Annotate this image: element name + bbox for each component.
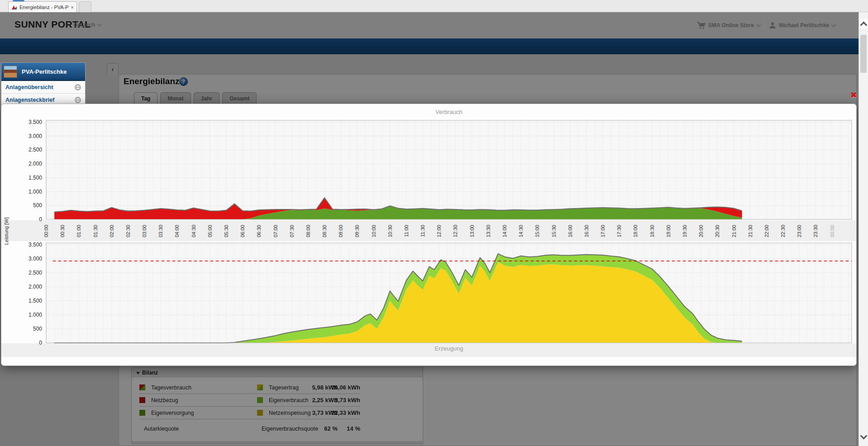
period-tabs: TagMonatJahrGesamt: [134, 92, 257, 104]
plant-thumbnail: [4, 66, 17, 78]
x-tick-label: 10:00: [371, 225, 377, 237]
browser-tab-title: Energiebilanz - PVA-Perlitsc...: [19, 5, 69, 10]
bilanz-right-column: Tagesertrag26,06 kWhEigenverbrauch3,73 k…: [257, 381, 360, 435]
main-navbar: [0, 38, 858, 54]
cart-icon: [697, 22, 706, 29]
bilanz-value: 26,06 kWh: [331, 384, 360, 391]
x-tick-label: 13:30: [486, 225, 491, 237]
sidebar-menu: AnlagenübersichtAnlagensteckbrief: [1, 81, 85, 106]
x-tick-label: 17:00: [600, 225, 606, 237]
y-tick-label: 500: [33, 326, 42, 332]
x-tick-label: 17:30: [616, 225, 622, 237]
bilanz-row-tagesertrag: Tagesertrag26,06 kWh: [257, 381, 360, 394]
y-tick-label: 1.000: [29, 189, 42, 195]
sidebar: PVA-Perlitschke AnlagenübersichtAnlagens…: [1, 62, 86, 107]
scroll-down-button[interactable]: [859, 432, 868, 442]
sidebar-plant-item[interactable]: PVA-Perlitschke: [1, 63, 85, 81]
chart-erzeugung: 05001.0001.5002.0002.5003.0003.500Erzeug…: [1, 242, 856, 357]
bilanz-panel: Bilanz Tagesverbrauch5,98 kWhNetzbezug2,…: [131, 367, 423, 444]
x-tick-label: 03:30: [158, 225, 163, 237]
eigenverbrauch-legend-icon: [257, 397, 263, 403]
x-tick-label: 23:30: [813, 225, 818, 237]
bilanz-header[interactable]: Bilanz: [132, 368, 423, 377]
globe-icon: [75, 97, 81, 103]
bilanz-value: 22,33 kWh: [331, 409, 360, 416]
bilanz-label: Eigenverbrauchsquote: [262, 426, 347, 432]
plant-name: PVA-Perlitschke: [22, 68, 67, 75]
collapse-triangle-icon: [136, 372, 140, 375]
eigenversorgung-legend-icon: [139, 410, 145, 416]
y-tick-label: 2.500: [29, 147, 42, 153]
y-tick-label: 3.000: [29, 133, 42, 139]
language-selector[interactable]: Deutsch: [74, 22, 101, 28]
chevron-up-icon: [860, 21, 867, 28]
y-tick-label: 0: [39, 340, 42, 346]
bilanz-bottom-strip: [132, 441, 423, 444]
y-tick-label: 1.000: [29, 312, 42, 318]
x-tick-label: 08:00: [305, 225, 311, 237]
x-tick-label: 01:00: [76, 225, 81, 237]
x-tick-label: 21:00: [731, 225, 737, 237]
x-tick-label: 15:30: [551, 225, 557, 237]
x-tick-label: 14:30: [518, 225, 524, 237]
header-divider: [764, 22, 765, 29]
x-tick-label: 07:30: [289, 225, 295, 237]
tab-close-icon[interactable]: ×: [71, 5, 74, 10]
x-tick-label: 00:00: [43, 225, 49, 237]
chevron-down-icon: [831, 22, 836, 27]
x-tick-label: 18:00: [633, 225, 638, 237]
chart-verbrauch: 05001.0001.5002.0002.5003.0003.50000:000…: [1, 109, 856, 241]
netzbezug-legend-icon: [139, 397, 145, 403]
y-tick-label: 3.500: [29, 119, 42, 125]
browser-tab[interactable]: Energiebilanz - PVA-Perlitsc... ×: [8, 1, 77, 12]
sidebar-item-0[interactable]: Anlagenübersicht: [1, 81, 85, 94]
tab-gesamt[interactable]: Gesamt: [222, 92, 257, 104]
tab-jahr[interactable]: Jahr: [194, 92, 219, 104]
user-menu[interactable]: Michael Perlitschke: [779, 22, 829, 28]
x-tick-label: 21:30: [748, 225, 753, 237]
y-axis-label: Leistung [W]: [4, 217, 9, 245]
tagesertrag-legend-icon: [257, 384, 263, 390]
x-tick-label: 02:30: [125, 225, 131, 237]
sma-favicon-icon: [11, 4, 17, 10]
globe-icon: [75, 84, 81, 90]
help-icon[interactable]: ?: [179, 77, 188, 86]
bilanz-label: Netzeinspeisung: [269, 410, 331, 416]
chevron-down-icon: [97, 22, 102, 27]
scrollbar-thumb[interactable]: [860, 35, 867, 73]
store-link[interactable]: SMA Online Store: [708, 22, 754, 28]
tab-tag[interactable]: Tag: [134, 92, 157, 104]
x-tick-label: 06:00: [240, 225, 245, 237]
bilanz-row-eigenverbrauchsquote: Eigenverbrauchsquote14 %: [257, 422, 360, 435]
y-tick-label: 1.500: [29, 298, 42, 304]
tab-monat[interactable]: Monat: [160, 92, 191, 104]
x-tick-label: 18:30: [649, 225, 655, 237]
scroll-up-button[interactable]: [859, 19, 868, 28]
x-tick-label: 22:00: [764, 225, 769, 237]
browser-tab-stub[interactable]: [79, 1, 91, 13]
screen: Energiebilanz - PVA-Perlitsc... × SUNNY …: [0, 0, 868, 446]
page-scrollbar[interactable]: [858, 12, 868, 446]
x-tick-label: 20:30: [715, 225, 720, 237]
x-tick-label: 11:00: [404, 225, 409, 237]
x-tick-label: 02:00: [109, 225, 114, 237]
x-tick-label: 00:30: [60, 225, 65, 237]
sidebar-collapse-button[interactable]: ‹: [107, 63, 119, 75]
chevron-down-icon: [860, 432, 867, 439]
chart-title: Erzeugung: [435, 345, 463, 352]
y-tick-label: 500: [33, 202, 42, 209]
y-tick-label: 2.000: [29, 161, 42, 167]
browser-tab-strip: Energiebilanz - PVA-Perlitsc... ×: [0, 0, 868, 12]
y-tick-label: 2.000: [29, 284, 42, 290]
x-tick-label: 07:00: [273, 225, 278, 237]
x-tick-label: 20:00: [698, 225, 704, 237]
y-tick-label: 3.000: [29, 256, 42, 262]
y-tick-label: 3.500: [29, 242, 42, 248]
x-tick-label: 09:00: [338, 225, 343, 237]
popup-close-icon[interactable]: ✖: [850, 90, 857, 100]
x-tick-label: 06:30: [256, 225, 262, 237]
bilanz-row-netzeinspeisung: Netzeinspeisung22,33 kWh: [257, 407, 360, 419]
user-icon: [769, 22, 776, 29]
x-tick-label: 16:30: [584, 225, 589, 237]
x-tick-label: 14:00: [502, 225, 507, 237]
